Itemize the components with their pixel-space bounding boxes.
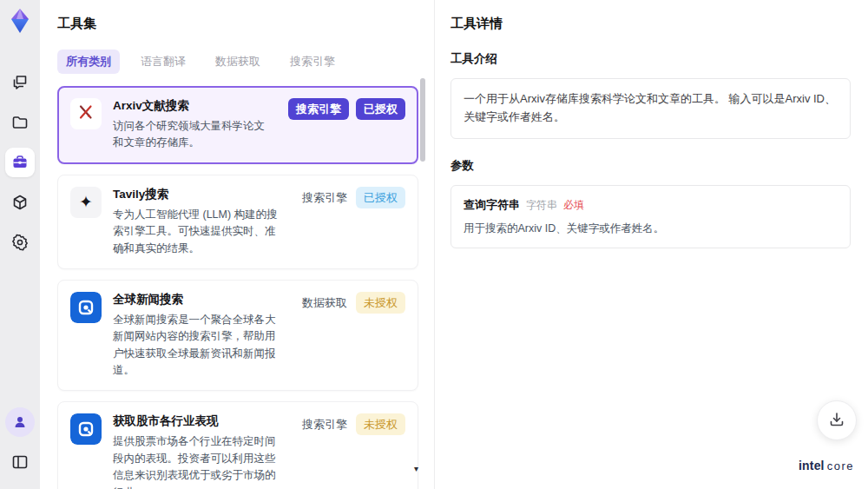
scrollbar-thumb[interactable] [420, 78, 425, 162]
tool-description: 全球新闻搜索是一个聚合全球各大新闻网站内容的搜索引擎，帮助用户快速获取全球最新资… [113, 312, 286, 380]
category-tab[interactable]: 语言翻译 [132, 50, 194, 74]
tool-badges: 搜索引擎 未授权 [300, 413, 405, 435]
tool-icon [70, 413, 102, 445]
detail-title: 工具详情 [450, 16, 851, 32]
folder-icon [11, 114, 29, 131]
param-name: 查询字符串 [464, 197, 520, 213]
tool-card[interactable]: 全球新闻搜索 全球新闻搜索是一个聚合全球各大新闻网站内容的搜索引擎，帮助用户快速… [57, 280, 418, 392]
cube-icon [11, 194, 29, 211]
brand-core-text: core [827, 459, 854, 472]
sidebar-item-chat[interactable] [5, 68, 35, 97]
category-badge[interactable]: 搜索引擎 [300, 188, 349, 207]
tool-description: 专为人工智能代理 (LLM) 构建的搜索引擎工具。可快速提供实时、准确和真实的结… [113, 207, 286, 257]
param-description: 用于搜索的Arxiv ID、关键字或作者姓名。 [464, 221, 838, 237]
intel-core-logo: intel core [799, 459, 854, 472]
download-button[interactable] [817, 400, 857, 440]
tool-card[interactable]: Arxiv文献搜索 访问各个研究领域大量科学论文和文章的存储库。 搜索引擎 已授… [57, 86, 418, 164]
left-rail [0, 0, 40, 489]
tool-icon: ✦ [70, 187, 102, 218]
category-tab[interactable]: 所有类别 [57, 50, 120, 74]
tool-icon [70, 98, 102, 129]
tool-badges: 搜索引擎 已授权 [300, 187, 405, 208]
scroll-down-arrow-icon[interactable]: ▾ [414, 464, 418, 473]
tool-card[interactable]: 获取股市各行业表现 提供股票市场各个行业在特定时间段内的表现。投资者可以利用这些… [57, 401, 418, 489]
category-tab[interactable]: 数据获取 [207, 50, 269, 74]
chat-icon [11, 74, 29, 91]
arxiv-icon [77, 103, 95, 124]
app-logo-icon [6, 7, 34, 35]
status-badge[interactable]: 未授权 [356, 413, 405, 435]
tool-text: 全球新闻搜索 全球新闻搜索是一个聚合全球各大新闻网站内容的搜索引擎，帮助用户快速… [113, 292, 286, 380]
news-app-icon [70, 413, 102, 445]
category-tabs: 所有类别语言翻译数据获取搜索引擎 [57, 50, 432, 74]
category-badge[interactable]: 数据获取 [300, 294, 349, 312]
sidebar-item-toggle-panel[interactable] [5, 447, 35, 477]
tool-list: Arxiv文献搜索 访问各个研究领域大量科学论文和文章的存储库。 搜索引擎 已授… [57, 86, 418, 489]
tool-name: Arxiv文献搜索 [113, 98, 273, 114]
category-badge[interactable]: 搜索引擎 [300, 415, 349, 433]
download-icon [828, 411, 845, 431]
intro-text: 一个用于从Arxiv存储库搜索科学论文和文章的工具。 输入可以是Arxiv ID… [464, 92, 836, 123]
param-head: 查询字符串 字符串 必填 [464, 197, 838, 213]
tool-text: Tavily搜索 专为人工智能代理 (LLM) 构建的搜索引擎工具。可快速提供实… [113, 187, 286, 257]
tool-list-pane: 工具集 所有类别语言翻译数据获取搜索引擎 [40, 0, 432, 489]
user-icon [12, 414, 28, 430]
status-badge[interactable]: 已授权 [356, 187, 405, 208]
status-badge[interactable]: 已授权 [356, 98, 405, 120]
toolbox-icon [11, 154, 29, 171]
sidebar-item-packages[interactable] [5, 188, 35, 217]
news-app-icon [70, 292, 102, 323]
tool-text: Arxiv文献搜索 访问各个研究领域大量科学论文和文章的存储库。 [113, 98, 273, 152]
tool-badges: 搜索引擎 已授权 [288, 98, 405, 120]
sidebar-item-files[interactable] [5, 108, 35, 137]
tool-name: 获取股市各行业表现 [113, 413, 286, 429]
tool-icon [70, 292, 102, 323]
category-badge[interactable]: 搜索引擎 [288, 98, 349, 120]
status-badge[interactable]: 未授权 [356, 292, 405, 314]
sidebar-item-settings[interactable] [5, 228, 35, 257]
tool-description: 提供股票市场各个行业在特定时间段内的表现。投资者可以利用这些信息来识别表现优于或… [113, 433, 286, 489]
tool-detail-pane: 工具详情 工具介绍 一个用于从Arxiv存储库搜索科学论文和文章的工具。 输入可… [434, 0, 868, 489]
tool-description: 访问各个研究领域大量科学论文和文章的存储库。 [113, 118, 273, 152]
sidebar-item-toolbox[interactable] [5, 148, 35, 177]
sidebar-item-profile[interactable] [5, 407, 35, 437]
tool-text: 获取股市各行业表现 提供股票市场各个行业在特定时间段内的表现。投资者可以利用这些… [113, 413, 286, 489]
gear-icon [11, 234, 29, 251]
param-box: 查询字符串 字符串 必填 用于搜索的Arxiv ID、关键字或作者姓名。 [450, 185, 851, 249]
intro-heading: 工具介绍 [450, 51, 851, 67]
category-tab[interactable]: 搜索引擎 [281, 50, 344, 74]
tool-badges: 数据获取 未授权 [300, 292, 405, 314]
tavily-star-icon: ✦ [79, 194, 93, 210]
page-title: 工具集 [57, 16, 432, 32]
tool-name: 全球新闻搜索 [113, 292, 286, 307]
tool-card[interactable]: ✦ Tavily搜索 专为人工智能代理 (LLM) 构建的搜索引擎工具。可快速提… [57, 175, 418, 269]
tool-name: Tavily搜索 [113, 187, 286, 202]
params-heading: 参数 [450, 158, 851, 174]
panel-icon [11, 453, 29, 471]
param-required-badge: 必填 [563, 198, 584, 213]
intro-box: 一个用于从Arxiv存储库搜索科学论文和文章的工具。 输入可以是Arxiv ID… [450, 78, 851, 139]
param-type: 字符串 [526, 198, 557, 213]
brand-intel-text: intel [799, 459, 825, 472]
list-scrollbar[interactable] [420, 78, 425, 486]
